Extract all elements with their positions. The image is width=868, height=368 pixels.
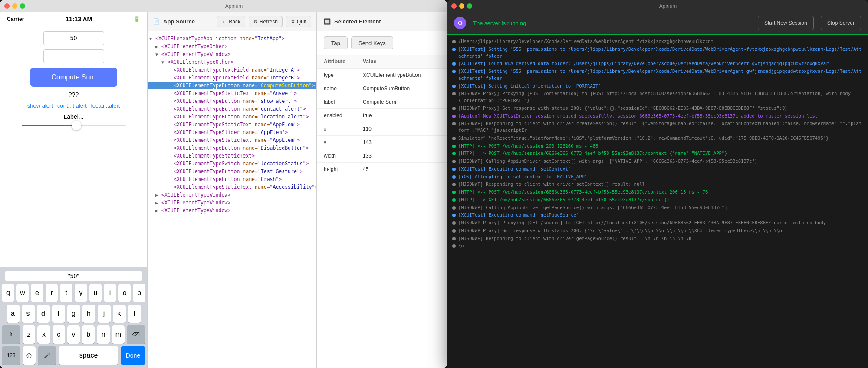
tree-tag-15: <XCUIElementTypeStaticText>: [174, 153, 255, 159]
log-text-19: [XCUITest] Executing command 'getPageSou…: [458, 212, 863, 219]
key-emoji[interactable]: ☺: [23, 346, 36, 365]
log-dot-11: [452, 152, 456, 155]
tree-row-3[interactable]: ▼ <XCUIElementTypeOther>: [148, 58, 316, 66]
tree-tag-18: <XCUIElementTypeButton: [174, 176, 240, 182]
tree-row-15[interactable]: <XCUIElementTypeStaticText>: [148, 152, 316, 160]
location-alert-link[interactable]: locati...alert: [91, 102, 120, 109]
result-label: ???: [69, 91, 79, 98]
log-dot-3: [452, 70, 456, 73]
key-l[interactable]: l: [128, 305, 141, 323]
tree-row-2[interactable]: ▼ <XCUIElementTypeWindow>: [148, 50, 316, 58]
integer-b-input[interactable]: [43, 49, 104, 63]
log-line-17: [HTTP] --> GET /wd/hub/session/6666e365-…: [452, 197, 863, 204]
attr-name-0: type: [317, 69, 356, 82]
key-shift[interactable]: ⇧: [2, 325, 20, 344]
key-a[interactable]: a: [7, 305, 20, 323]
send-keys-button[interactable]: Send Keys: [351, 36, 393, 49]
tree-row-5[interactable]: <XCUIElementTypeTextField name= "Integer…: [148, 74, 316, 82]
battery-icon: 🔋: [134, 16, 140, 22]
key-t[interactable]: t: [60, 284, 72, 302]
key-j[interactable]: j: [98, 305, 111, 323]
key-o[interactable]: o: [118, 284, 131, 302]
tree-close-9: >: [303, 106, 306, 112]
key-y[interactable]: y: [75, 284, 87, 302]
quit-button[interactable]: ✕ Quit: [286, 16, 311, 27]
key-z[interactable]: z: [23, 325, 35, 344]
app-slider[interactable]: [22, 125, 126, 126]
key-n[interactable]: n: [97, 325, 109, 344]
tree-row-20[interactable]: ▶ <XCUIElementTypeWindow>: [148, 191, 316, 199]
back-button[interactable]: ← ← Back Back: [217, 16, 245, 27]
refresh-button[interactable]: ↻ Refresh: [249, 16, 283, 27]
tree-tag-17: <XCUIElementTypeButton: [174, 168, 240, 174]
contact-alert-link[interactable]: cont...t alert: [57, 102, 87, 109]
key-c[interactable]: c: [53, 325, 65, 344]
minimize-btn[interactable]: [12, 3, 17, 9]
stop-server-button[interactable]: Stop Server: [821, 16, 861, 30]
key-v[interactable]: v: [67, 325, 80, 344]
element-actions: Tap Send Keys: [317, 31, 447, 55]
tree-row-19[interactable]: <XCUIElementTypeStaticText name= "Access…: [148, 183, 316, 191]
tree-row-13[interactable]: <XCUIElementTypeStaticText name= "AppEle…: [148, 136, 316, 144]
show-alert-link[interactable]: show alert: [27, 102, 53, 109]
tree-row-6[interactable]: <XCUIElementTypeButton name= "ComputeSum…: [148, 82, 316, 89]
key-r[interactable]: r: [46, 284, 58, 302]
key-mic[interactable]: 🎤: [38, 346, 56, 365]
tree-row-16[interactable]: <XCUIElementTypeSwitch name= "locationSt…: [148, 160, 316, 168]
slider-thumb[interactable]: [72, 121, 81, 130]
left-window: Appium Carrier 11:13 AM 🔋 Compute Sum ??…: [0, 0, 447, 368]
log-area[interactable]: /Users/jlipps/Library/Developer/Xcode/De…: [447, 35, 868, 368]
compute-sum-button[interactable]: Compute Sum: [30, 68, 117, 87]
key-u[interactable]: u: [89, 284, 102, 302]
integer-a-input[interactable]: [43, 31, 104, 45]
key-done[interactable]: Done: [121, 346, 145, 365]
key-delete[interactable]: ⌫: [127, 325, 145, 344]
right-maximize-btn[interactable]: [467, 3, 472, 9]
tree-row-7[interactable]: <XCUIElementTypeStaticText name= "Answer…: [148, 89, 316, 97]
source-panel: 📄 App Source ← ← Back Back ↻ Refresh ✕ Q…: [148, 12, 317, 368]
log-dot-1: [452, 48, 456, 51]
key-f[interactable]: f: [52, 305, 65, 323]
tree-row-22[interactable]: ▶ <XCUIElementTypeWindow>: [148, 207, 316, 214]
key-h[interactable]: h: [82, 305, 95, 323]
key-p[interactable]: p: [133, 284, 145, 302]
key-q[interactable]: q: [2, 284, 14, 302]
close-btn[interactable]: [4, 3, 10, 9]
window-controls: [4, 3, 25, 9]
tree-row-17[interactable]: <XCUIElementTypeButton name= "Test Gestu…: [148, 168, 316, 175]
tap-button[interactable]: Tap: [324, 36, 348, 49]
key-m[interactable]: m: [112, 325, 125, 344]
key-d[interactable]: d: [37, 305, 50, 323]
log-dot-23: [452, 244, 456, 248]
tree-row-21[interactable]: ▶ <XCUIElementTypeWindow>: [148, 199, 316, 207]
tree-close-0: >: [282, 36, 285, 42]
tree-row-14[interactable]: <XCUIElementTypeButton name= "DisabledBu…: [148, 144, 316, 152]
key-x[interactable]: x: [37, 325, 50, 344]
tree-row-4[interactable]: <XCUIElementTypeTextField name= "Integer…: [148, 66, 316, 74]
key-space[interactable]: space: [59, 346, 118, 365]
tree-row-18[interactable]: <XCUIElementTypeButton name= "Crash" >: [148, 175, 316, 183]
tree-row-1[interactable]: ▶ <XCUIElementTypeOther>: [148, 43, 316, 50]
key-e[interactable]: e: [31, 284, 43, 302]
log-line-5: [MJSONWP Proxy] Proxying [POST /orientat…: [452, 90, 863, 104]
tree-row-12[interactable]: <XCUIElementTypeSlider name= "AppElem" >: [148, 128, 316, 136]
log-dot-13: [452, 168, 456, 171]
tree-row-11[interactable]: <XCUIElementTypeStaticText name= "AppEle…: [148, 121, 316, 128]
key-i[interactable]: i: [104, 284, 116, 302]
key-g[interactable]: g: [67, 305, 80, 323]
right-close-btn[interactable]: [451, 3, 457, 9]
tree-row-9[interactable]: <XCUIElementTypeButton name= "contact al…: [148, 105, 316, 113]
log-text-12: [MJSONWP] Calling AppiumDriver.setContex…: [458, 158, 863, 165]
tree-row-0[interactable]: ▼ <XCUIElementTypeApplication name= "Tes…: [148, 35, 316, 43]
key-s[interactable]: s: [22, 305, 35, 323]
key-w[interactable]: w: [16, 284, 29, 302]
key-b[interactable]: b: [82, 325, 95, 344]
start-session-button[interactable]: Start New Session: [758, 16, 814, 30]
maximize-btn[interactable]: [20, 3, 25, 9]
tree-row-8[interactable]: <XCUIElementTypeButton name= "show alert…: [148, 97, 316, 105]
right-minimize-btn[interactable]: [459, 3, 464, 9]
key-k[interactable]: k: [113, 305, 126, 323]
log-text-0: /Users/jlipps/Library/Developer/Xcode/De…: [458, 38, 863, 45]
key-123[interactable]: 123: [2, 346, 20, 365]
tree-row-10[interactable]: <XCUIElementTypeButton name= "location a…: [148, 113, 316, 121]
